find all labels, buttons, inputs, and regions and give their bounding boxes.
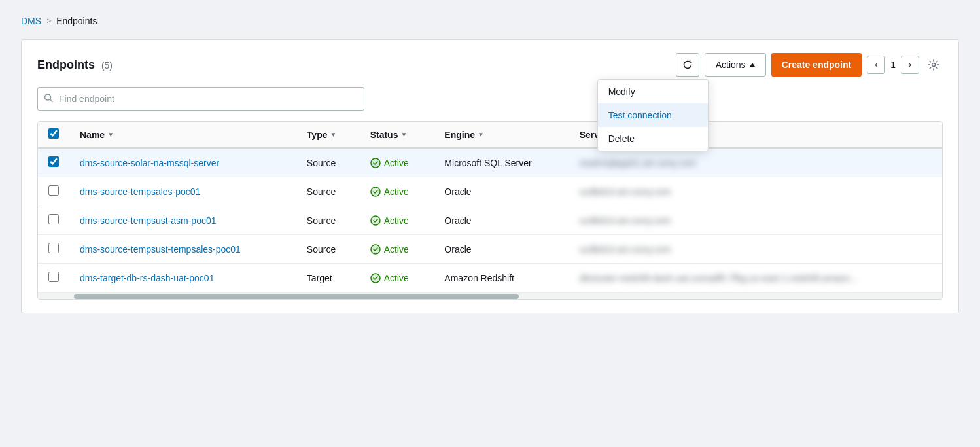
settings-icon: [928, 59, 939, 71]
status-badge: Active: [370, 273, 424, 283]
table-row: dms-source-tempsust-asm-poc01Source Acti…: [38, 206, 942, 235]
status-badge: Active: [370, 215, 424, 226]
card-count: (5): [101, 60, 113, 71]
actions-button[interactable]: Actions: [705, 53, 766, 77]
breadcrumb-current: Endpoints: [56, 16, 97, 26]
row-server-cell: ucdbd14.am.sony.com: [569, 206, 942, 235]
svg-point-0: [932, 63, 936, 67]
status-check-icon: [370, 244, 381, 255]
column-type[interactable]: Type ▼: [296, 122, 360, 148]
status-label: Active: [384, 187, 409, 197]
next-page-button[interactable]: ›: [901, 56, 919, 74]
status-label: Active: [384, 273, 409, 283]
table-settings-button[interactable]: [924, 56, 943, 74]
refresh-button[interactable]: [676, 53, 699, 77]
row-status-cell: Active: [360, 206, 434, 235]
table-row: dms-source-tempsales-poc01Source ActiveO…: [38, 177, 942, 206]
search-bar: [37, 87, 943, 111]
search-icon: [44, 94, 53, 105]
row-checkbox[interactable]: [48, 156, 59, 167]
row-checkbox[interactable]: [48, 272, 59, 282]
status-label: Active: [384, 244, 409, 255]
breadcrumb-separator: >: [46, 16, 51, 26]
prev-page-icon: ‹: [875, 60, 877, 69]
menu-item-modify[interactable]: Modify: [598, 80, 708, 103]
page-number: 1: [888, 60, 898, 70]
row-status-cell: Active: [360, 148, 434, 177]
column-engine[interactable]: Engine ▼: [434, 122, 569, 148]
endpoint-name-link[interactable]: dms-target-db-rs-dash-uat-poc01: [80, 273, 214, 283]
row-server-cell: ucdbd14.am.sony.com: [569, 177, 942, 206]
row-server-cell: msdrmqlapp01.am.sony.com: [569, 148, 942, 177]
row-checkbox[interactable]: [48, 243, 59, 253]
refresh-icon: [682, 60, 693, 70]
row-status-cell: Active: [360, 264, 434, 293]
select-all-checkbox[interactable]: [48, 128, 59, 139]
endpoints-table: Name ▼ Type ▼ Status: [38, 122, 942, 293]
horizontal-scrollbar[interactable]: [38, 293, 942, 299]
column-status-label: Status: [370, 130, 398, 140]
row-checkbox-cell: [38, 235, 69, 264]
table-row: dms-target-db-rs-dash-uat-poc01Target Ac…: [38, 264, 942, 293]
card-header: Endpoints (5) Actions: [37, 53, 943, 77]
row-name-cell: dms-source-tempsust-tempsales-poc01: [69, 235, 296, 264]
endpoint-name-link[interactable]: dms-source-tempsust-asm-poc01: [80, 215, 217, 226]
column-type-label: Type: [307, 130, 328, 140]
column-name[interactable]: Name ▼: [69, 122, 296, 148]
row-type-cell: Source: [296, 148, 360, 177]
status-check-icon: [370, 273, 381, 283]
status-badge: Active: [370, 158, 424, 168]
row-name-cell: dms-source-tempsales-poc01: [69, 177, 296, 206]
status-check-icon: [370, 215, 381, 226]
row-engine-cell: Amazon Redshift: [434, 264, 569, 293]
create-endpoint-button[interactable]: Create endpoint: [771, 53, 862, 77]
actions-dropdown-menu: Modify Test connection Delete: [597, 79, 709, 151]
row-checkbox[interactable]: [48, 214, 59, 224]
scrollbar-thumb[interactable]: [74, 294, 519, 299]
search-input[interactable]: [37, 87, 364, 111]
table-row: dms-source-solar-na-mssql-serverSource A…: [38, 148, 942, 177]
status-label: Active: [384, 158, 409, 168]
row-checkbox-cell: [38, 264, 69, 293]
endpoint-name-link[interactable]: dms-source-tempsales-poc01: [80, 187, 200, 197]
header-actions: Actions Modify Test connection Delete Cr…: [676, 53, 943, 77]
row-status-cell: Active: [360, 235, 434, 264]
row-type-cell: Source: [296, 177, 360, 206]
status-check-icon: [370, 187, 381, 197]
status-label: Active: [384, 215, 409, 226]
menu-item-delete[interactable]: Delete: [598, 127, 708, 151]
status-sort-icon: ▼: [400, 131, 407, 138]
row-status-cell: Active: [360, 177, 434, 206]
pagination: ‹ 1 ›: [867, 56, 919, 74]
column-status[interactable]: Status ▼: [360, 122, 434, 148]
menu-item-test-connection[interactable]: Test connection: [598, 103, 708, 127]
row-type-cell: Source: [296, 235, 360, 264]
endpoint-name-link[interactable]: dms-source-solar-na-mssql-server: [80, 158, 219, 168]
next-page-icon: ›: [909, 60, 911, 69]
engine-sort-icon: ▼: [478, 131, 484, 138]
column-name-label: Name: [80, 130, 105, 140]
status-badge: Active: [370, 244, 424, 255]
breadcrumb-dms-link[interactable]: DMS: [21, 16, 41, 26]
row-server-cell: dbcluster-redshift-dash-uat.comadfh.7fbg…: [569, 264, 942, 293]
row-checkbox-cell: [38, 177, 69, 206]
actions-chevron-icon: [750, 63, 755, 67]
row-engine-cell: Oracle: [434, 206, 569, 235]
column-engine-label: Engine: [444, 130, 475, 140]
row-checkbox[interactable]: [48, 185, 59, 196]
select-all-column: [38, 122, 69, 148]
actions-dropdown-container: Actions Modify Test connection Delete: [705, 53, 766, 77]
row-type-cell: Target: [296, 264, 360, 293]
endpoint-name-link[interactable]: dms-source-tempsust-tempsales-poc01: [80, 244, 241, 255]
actions-label: Actions: [716, 60, 746, 70]
breadcrumb: DMS > Endpoints: [21, 16, 959, 26]
name-sort-icon: ▼: [107, 131, 114, 138]
status-check-icon: [370, 158, 381, 168]
card-title: Endpoints: [37, 58, 95, 71]
row-server-cell: ucdbd14.am.sony.com: [569, 235, 942, 264]
row-engine-cell: Oracle: [434, 235, 569, 264]
row-checkbox-cell: [38, 206, 69, 235]
type-sort-icon: ▼: [330, 131, 336, 138]
row-name-cell: dms-target-db-rs-dash-uat-poc01: [69, 264, 296, 293]
prev-page-button[interactable]: ‹: [867, 56, 885, 74]
